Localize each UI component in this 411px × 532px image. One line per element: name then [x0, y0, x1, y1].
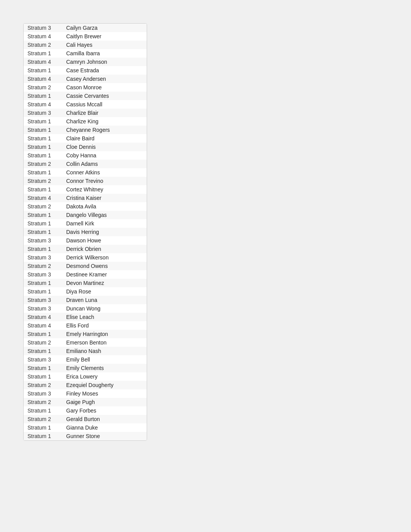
name-cell: Emely Harrington — [66, 331, 143, 337]
stratum-cell: Stratum 4 — [27, 314, 66, 320]
table-row: Stratum 1Emiliano Nash — [24, 347, 147, 355]
table-row: Stratum 1Case Estrada — [24, 66, 147, 75]
name-cell: Duncan Wong — [66, 305, 143, 312]
stratum-cell: Stratum 1 — [27, 212, 66, 218]
table-row: Stratum 4Camryn Johnson — [24, 58, 147, 66]
stratum-cell: Stratum 2 — [27, 203, 66, 210]
stratum-cell: Stratum 1 — [27, 280, 66, 286]
name-cell: Claire Baird — [66, 135, 143, 142]
table-row: Stratum 1Cloe Dennis — [24, 143, 147, 151]
name-cell: Charlize Blair — [66, 110, 143, 116]
stratum-cell: Stratum 2 — [27, 263, 66, 269]
table-row: Stratum 1Devon Martinez — [24, 279, 147, 287]
table-row: Stratum 3Emily Bell — [24, 355, 147, 364]
stratum-cell: Stratum 1 — [27, 127, 66, 133]
table-row: Stratum 1Erica Lowery — [24, 372, 147, 381]
table-row: Stratum 2Cason Monroe — [24, 83, 147, 92]
table-row: Stratum 2Gaige Pugh — [24, 398, 147, 406]
name-cell: Derrick Wilkerson — [66, 254, 143, 261]
name-cell: Casey Andersen — [66, 76, 143, 82]
stratum-cell: Stratum 3 — [27, 271, 66, 278]
table-row: Stratum 1Dangelo Villegas — [24, 211, 147, 219]
table-row: Stratum 3Duncan Wong — [24, 304, 147, 313]
stratum-cell: Stratum 3 — [27, 254, 66, 261]
stratum-cell: Stratum 2 — [27, 382, 66, 388]
name-cell: Darnell Kirk — [66, 220, 143, 227]
table-row: Stratum 1Conner Atkins — [24, 168, 147, 177]
table-row: Stratum 1Emily Clements — [24, 364, 147, 372]
name-cell: Desmond Owens — [66, 263, 143, 269]
name-cell: Cristina Kaiser — [66, 195, 143, 201]
table-row: Stratum 3Destinee Kramer — [24, 270, 147, 279]
name-cell: Charlize King — [66, 118, 143, 124]
table-row: Stratum 1Coby Hanna — [24, 151, 147, 160]
name-cell: Cassius Mccall — [66, 101, 143, 107]
table-row: Stratum 3Draven Luna — [24, 296, 147, 304]
stratum-cell: Stratum 1 — [27, 169, 66, 176]
name-cell: Dakota Avila — [66, 203, 143, 210]
name-cell: Gunner Stone — [66, 433, 143, 439]
stratum-cell: Stratum 2 — [27, 42, 66, 48]
table-row: Stratum 3Dawson Howe — [24, 236, 147, 245]
stratum-cell: Stratum 4 — [27, 195, 66, 201]
name-cell: Camryn Johnson — [66, 59, 143, 65]
table-row: Stratum 2Emerson Benton — [24, 338, 147, 347]
table-row: Stratum 2Dakota Avila — [24, 202, 147, 211]
table-row: Stratum 1Emely Harrington — [24, 330, 147, 338]
table-row: Stratum 1Cassie Cervantes — [24, 92, 147, 100]
stratum-cell: Stratum 1 — [27, 118, 66, 124]
table-row: Stratum 1Diya Rose — [24, 287, 147, 296]
page-container: Stratum 3Cailyn GarzaStratum 4Caitlyn Br… — [0, 0, 411, 464]
name-cell: Emerson Benton — [66, 339, 143, 346]
stratum-cell: Stratum 1 — [27, 93, 66, 99]
name-cell: Gary Forbes — [66, 408, 143, 414]
stratum-cell: Stratum 1 — [27, 186, 66, 193]
table-row: Stratum 4Cassius Mccall — [24, 100, 147, 109]
table-row: Stratum 2Connor Trevino — [24, 177, 147, 185]
name-cell: Destinee Kramer — [66, 271, 143, 278]
name-cell: Dawson Howe — [66, 237, 143, 244]
table-row: Stratum 4Casey Andersen — [24, 75, 147, 83]
stratum-cell: Stratum 1 — [27, 229, 66, 235]
table-row: Stratum 1Cheyanne Rogers — [24, 126, 147, 134]
name-cell: Finley Moses — [66, 390, 143, 397]
name-cell: Diya Rose — [66, 288, 143, 295]
name-cell: Cailyn Garza — [66, 25, 143, 31]
stratum-cell: Stratum 1 — [27, 288, 66, 295]
table-row: Stratum 1Cortez Whitney — [24, 185, 147, 194]
stratum-cell: Stratum 4 — [27, 101, 66, 107]
table-row: Stratum 4Elise Leach — [24, 313, 147, 321]
table-row: Stratum 1Darnell Kirk — [24, 219, 147, 228]
data-table: Stratum 3Cailyn GarzaStratum 4Caitlyn Br… — [23, 23, 147, 441]
stratum-cell: Stratum 1 — [27, 67, 66, 73]
name-cell: Cali Hayes — [66, 42, 143, 48]
stratum-cell: Stratum 1 — [27, 50, 66, 56]
stratum-cell: Stratum 1 — [27, 135, 66, 142]
table-row: Stratum 4Ellis Ford — [24, 321, 147, 330]
table-row: Stratum 1Derrick Obrien — [24, 245, 147, 253]
table-row: Stratum 1Gary Forbes — [24, 406, 147, 415]
name-cell: Erica Lowery — [66, 373, 143, 380]
name-cell: Cloe Dennis — [66, 144, 143, 150]
stratum-cell: Stratum 1 — [27, 408, 66, 414]
name-cell: Cason Monroe — [66, 84, 143, 90]
stratum-cell: Stratum 3 — [27, 297, 66, 303]
table-row: Stratum 1Gunner Stone — [24, 432, 147, 440]
stratum-cell: Stratum 4 — [27, 59, 66, 65]
name-cell: Devon Martinez — [66, 280, 143, 286]
name-cell: Cortez Whitney — [66, 186, 143, 193]
name-cell: Gerald Burton — [66, 416, 143, 422]
name-cell: Gianna Duke — [66, 425, 143, 431]
table-row: Stratum 2Gerald Burton — [24, 415, 147, 423]
table-row: Stratum 3Cailyn Garza — [24, 24, 147, 32]
table-row: Stratum 1Claire Baird — [24, 134, 147, 143]
name-cell: Emily Bell — [66, 356, 143, 363]
stratum-cell: Stratum 4 — [27, 76, 66, 82]
name-cell: Davis Herring — [66, 229, 143, 235]
table-row: Stratum 4Caitlyn Brewer — [24, 32, 147, 41]
name-cell: Collin Adams — [66, 161, 143, 167]
table-row: Stratum 4Cristina Kaiser — [24, 194, 147, 202]
stratum-cell: Stratum 3 — [27, 110, 66, 116]
stratum-cell: Stratum 1 — [27, 365, 66, 371]
name-cell: Caitlyn Brewer — [66, 33, 143, 39]
